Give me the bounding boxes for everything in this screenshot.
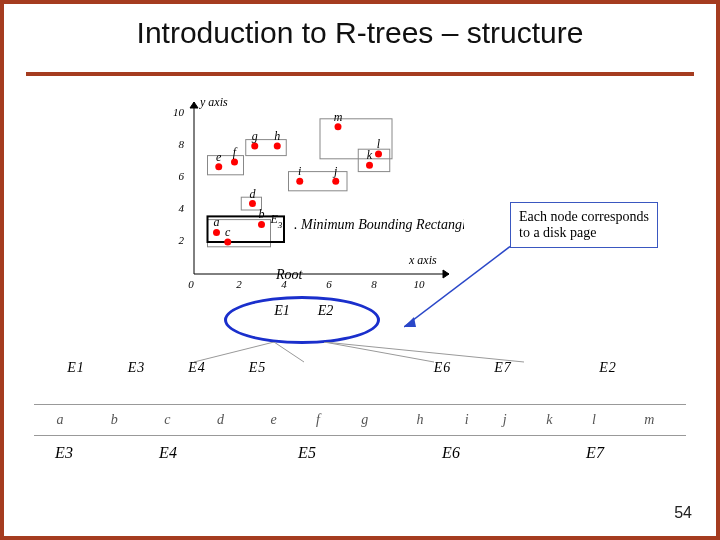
leaf-cell: l (575, 411, 613, 429)
level2-entries: E1 E3 E4 E5 E6 E7 E2 (48, 360, 636, 376)
svg-point-27 (224, 239, 231, 246)
svg-point-39 (296, 178, 303, 185)
leaf-cell: k (524, 411, 575, 429)
svg-point-35 (251, 143, 258, 150)
svg-marker-1 (443, 270, 449, 278)
svg-text:e: e (216, 150, 222, 164)
svg-rect-21 (358, 149, 390, 171)
svg-line-49 (194, 342, 274, 362)
e3-label: E3 (270, 212, 283, 230)
svg-point-41 (332, 178, 339, 185)
svg-text:g: g (252, 129, 258, 143)
svg-text:b: b (259, 207, 265, 221)
svg-text:2: 2 (236, 278, 242, 290)
root-children: E1 E2 (262, 303, 346, 319)
disk-page-note: Each node corresponds to a disk page (510, 202, 658, 248)
svg-line-51 (324, 342, 434, 362)
root-child-e2: E2 (306, 303, 346, 319)
svg-text:0: 0 (188, 278, 194, 290)
slide-title: Introduction to R-trees – structure (4, 16, 716, 50)
svg-point-43 (366, 162, 373, 169)
x-axis-label: x axis (408, 253, 437, 267)
title-rule (26, 72, 694, 76)
svg-text:8: 8 (179, 138, 185, 150)
svg-text:10: 10 (173, 106, 185, 118)
leaf-entries-strip: abcdefghijklm (34, 404, 686, 436)
svg-text:4: 4 (179, 202, 185, 214)
svg-marker-3 (190, 102, 198, 108)
leaf-cell: g (337, 411, 392, 429)
leaf-cell: e (248, 411, 299, 429)
svg-point-47 (335, 123, 342, 130)
svg-text:6: 6 (179, 170, 185, 182)
svg-text:6: 6 (326, 278, 332, 290)
svg-point-25 (258, 221, 265, 228)
svg-point-23 (213, 229, 220, 236)
svg-text:c: c (225, 225, 231, 239)
svg-point-33 (231, 159, 238, 166)
svg-text:m: m (334, 110, 343, 124)
svg-line-52 (324, 342, 524, 362)
leaf-group-labels: E3 E4 E5 E6 E7 (34, 444, 660, 462)
svg-text:8: 8 (371, 278, 377, 290)
svg-point-45 (375, 151, 382, 158)
page-number: 54 (674, 504, 692, 522)
leaf-cell: a (34, 411, 87, 429)
leaf-cell: f (299, 411, 337, 429)
leaf-cell: c (142, 411, 193, 429)
leaf-cell: j (486, 411, 524, 429)
svg-text:k: k (367, 148, 373, 162)
leaf-cell: h (392, 411, 447, 429)
svg-point-29 (249, 200, 256, 207)
svg-text:d: d (250, 187, 257, 201)
svg-text:2: 2 (179, 234, 185, 246)
svg-text:h: h (274, 129, 280, 143)
mbr-caption: . Minimum Bounding Rectangle (MBR) (294, 217, 464, 233)
root-label: Root (276, 267, 302, 283)
svg-rect-16 (208, 156, 244, 175)
x-ticks: 0 2 4 6 8 10 (188, 278, 425, 290)
leaf-cell: i (448, 411, 486, 429)
svg-text:a: a (214, 215, 220, 229)
svg-text:i: i (298, 164, 301, 178)
y-ticks: 2 4 6 8 10 (173, 106, 185, 246)
svg-point-31 (215, 163, 222, 170)
svg-text:10: 10 (414, 278, 426, 290)
leaf-cell: b (87, 411, 142, 429)
y-axis-label: y axis (199, 95, 228, 109)
svg-line-50 (274, 342, 304, 362)
leaf-cell: d (193, 411, 248, 429)
svg-point-37 (274, 143, 281, 150)
svg-text:f: f (233, 145, 238, 159)
leaf-cell: m (613, 411, 686, 429)
root-child-e1: E1 (262, 303, 302, 319)
